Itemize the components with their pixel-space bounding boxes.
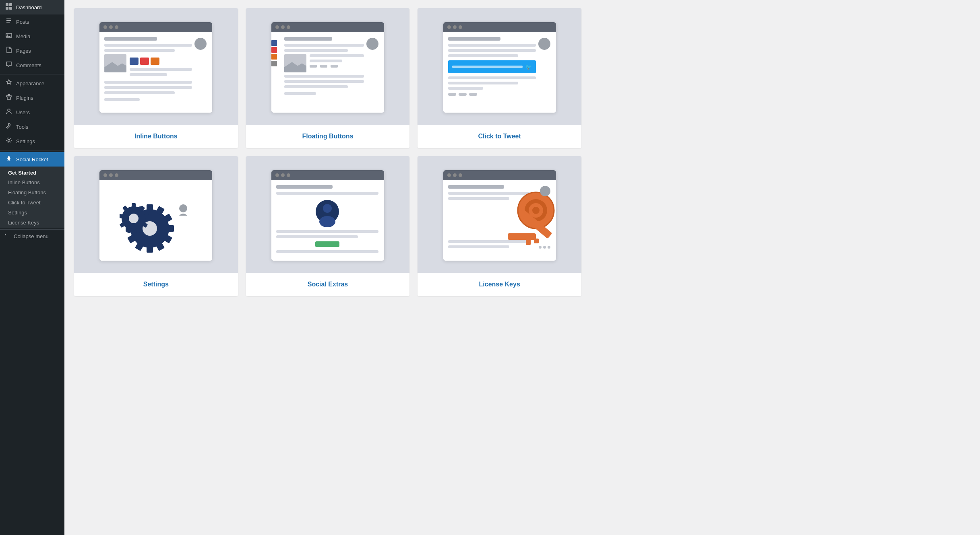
sidebar-label-plugins: Plugins	[16, 95, 33, 101]
card-floating-buttons[interactable]: Floating Buttons	[246, 8, 410, 148]
collapse-menu-button[interactable]: Collapse menu	[0, 229, 64, 243]
collapse-menu-label: Collapse menu	[14, 233, 49, 239]
mock-image-float	[284, 54, 306, 72]
f-line5	[284, 75, 364, 78]
card-settings[interactable]: Settings	[74, 156, 238, 296]
svg-point-34	[179, 204, 187, 212]
svg-rect-0	[6, 3, 8, 6]
browser-mock-social-extras	[271, 170, 384, 261]
dot3	[459, 173, 462, 177]
card-title-bar-settings: Settings	[74, 273, 238, 296]
card-license-keys[interactable]: License Keys	[418, 156, 581, 296]
f-line7	[284, 85, 348, 88]
sidebar: Dashboard Posts Media Pages Comments App…	[0, 0, 64, 535]
submenu-item-settings[interactable]: Settings	[0, 208, 64, 218]
t-title	[448, 37, 501, 41]
dot3	[287, 173, 290, 177]
browser-content-floating	[271, 32, 384, 113]
sidebar-item-appearance[interactable]: Appearance	[0, 76, 64, 91]
dot2	[453, 173, 457, 177]
dot1	[447, 173, 451, 177]
sidebar-item-users[interactable]: Users	[0, 105, 64, 119]
browser-content-social-extras	[271, 180, 384, 261]
submenu-header: Get Started	[0, 167, 64, 177]
card-preview-license	[418, 156, 581, 273]
media-icon	[5, 32, 13, 40]
dot3	[115, 173, 118, 177]
submenu-item-floating[interactable]: Floating Buttons	[0, 187, 64, 198]
green-action-btn	[315, 241, 339, 247]
sidebar-item-media[interactable]: Media	[0, 29, 64, 43]
collapse-icon	[5, 233, 10, 240]
card-title-bar-social-extras: Social Extras	[246, 273, 410, 296]
sidebar-submenu: Get Started Inline Buttons Floating Butt…	[0, 167, 64, 228]
card-social-extras[interactable]: Social Extras	[246, 156, 410, 296]
submenu-item-click-to-tweet[interactable]: Click to Tweet	[0, 198, 64, 208]
card-preview-inline	[74, 8, 238, 125]
card-title-bar-inline: Inline Buttons	[74, 125, 238, 148]
se-title	[276, 185, 333, 189]
float-pi	[271, 54, 277, 60]
f-dot2	[320, 65, 327, 68]
browser-bar-float	[271, 22, 384, 32]
sidebar-item-plugins[interactable]: Plugins	[0, 91, 64, 105]
settings-icon	[5, 137, 13, 145]
dot-a	[539, 246, 542, 249]
sidebar-item-comments[interactable]: Comments	[0, 58, 64, 72]
dot-c	[548, 246, 550, 249]
main-content: Inline Buttons	[64, 0, 980, 535]
browser-bar-social-extras	[271, 170, 384, 180]
f-dot1	[310, 65, 317, 68]
card-title-floating: Floating Buttons	[302, 133, 353, 140]
sidebar-item-pages[interactable]: Pages	[0, 43, 64, 58]
browser-content-tweet: 🐦	[443, 32, 556, 113]
mock-line6	[104, 86, 192, 89]
key-illustration	[496, 188, 556, 261]
submenu-item-inline[interactable]: Inline Buttons	[0, 177, 64, 187]
card-title-bar-license: License Keys	[418, 273, 581, 296]
svg-rect-2	[6, 7, 8, 10]
card-inline-buttons[interactable]: Inline Buttons	[74, 8, 238, 148]
t-line3	[448, 54, 518, 57]
card-title-license: License Keys	[479, 281, 520, 288]
sidebar-item-dashboard[interactable]: Dashboard	[0, 0, 64, 14]
dot2	[281, 25, 285, 29]
browser-mock-license	[443, 170, 556, 261]
card-preview-settings	[74, 156, 238, 273]
svg-point-24	[129, 214, 139, 223]
mock-avatar-tweet	[538, 38, 550, 50]
posts-icon	[5, 18, 13, 26]
card-preview-floating	[246, 8, 410, 125]
mock-line3	[130, 68, 192, 71]
svg-rect-44	[526, 239, 531, 245]
sidebar-label-media: Media	[16, 33, 30, 39]
card-click-to-tweet[interactable]: 🐦 Click to Tweet	[418, 8, 581, 148]
svg-rect-43	[508, 233, 536, 240]
se-line3	[276, 235, 358, 238]
sidebar-item-social-rocket[interactable]: Social Rocket	[0, 152, 64, 167]
plugins-icon	[5, 94, 13, 102]
submenu-item-license[interactable]: License Keys	[0, 218, 64, 228]
svg-rect-17	[147, 245, 153, 253]
t-dot1	[448, 93, 456, 96]
dot1	[103, 173, 107, 177]
users-icon	[5, 108, 13, 116]
svg-rect-27	[144, 214, 149, 218]
comments-icon	[5, 61, 13, 69]
mock-avatar-float	[366, 38, 378, 50]
float-title	[284, 37, 332, 41]
sidebar-divider-1	[0, 74, 64, 74]
se-line4	[276, 250, 378, 253]
mock-title-line	[104, 37, 157, 41]
card-title-bar-tweet: Click to Tweet	[418, 125, 581, 148]
mock-image-mountains	[104, 60, 126, 72]
svg-point-8	[8, 140, 10, 142]
sidebar-item-posts[interactable]: Posts	[0, 14, 64, 29]
mock-image-inline	[104, 54, 126, 72]
mock-line7	[104, 91, 174, 94]
t-line1	[448, 44, 536, 47]
svg-point-41	[532, 207, 540, 214]
sidebar-item-settings[interactable]: Settings	[0, 134, 64, 148]
sidebar-item-tools[interactable]: Tools	[0, 119, 64, 134]
sidebar-label-social-rocket: Social Rocket	[16, 156, 48, 163]
